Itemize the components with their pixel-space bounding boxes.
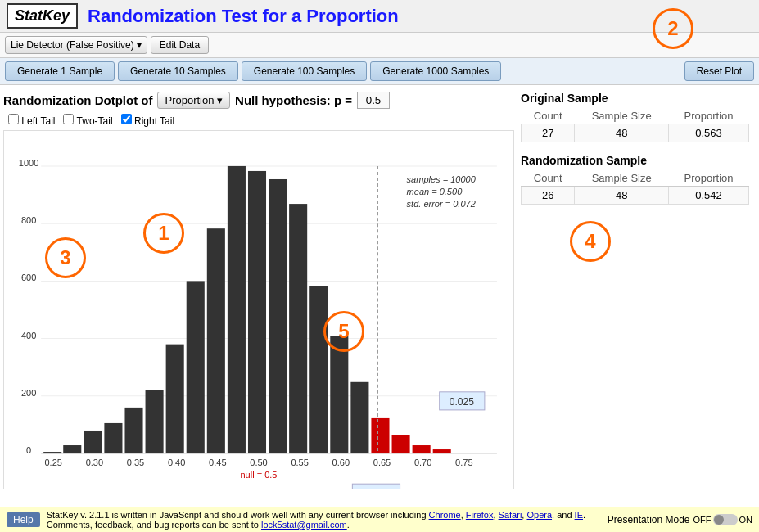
generate-1000-button[interactable]: Generate 1000 Samples [370, 61, 501, 81]
svg-text:0.55: 0.55 [291, 458, 308, 467]
svg-rect-32 [207, 228, 225, 453]
presentation-toggle[interactable]: OFF ON [693, 514, 753, 525]
orig-size-value: 48 [575, 124, 669, 142]
two-tail-option[interactable]: Two-Tail [63, 114, 112, 127]
edit-data-button[interactable]: Edit Data [151, 36, 209, 54]
generate-buttons-row: Generate 1 Sample Generate 10 Samples Ge… [0, 58, 759, 85]
email-link[interactable]: lock5stat@gmail.com [261, 520, 347, 530]
svg-text:0.75: 0.75 [455, 458, 472, 467]
svg-rect-41 [392, 435, 410, 453]
svg-text:0.40: 0.40 [168, 458, 185, 467]
proportion-dropdown[interactable]: Proportion ▾ [157, 92, 230, 109]
svg-rect-43 [433, 449, 451, 453]
status-text: StatKey v. 2.1.1 is written in JavaScrip… [47, 510, 608, 530]
svg-rect-27 [104, 423, 122, 453]
svg-rect-31 [187, 281, 205, 453]
firefox-link[interactable]: Firefox [466, 510, 494, 520]
rand-prop-header: Proportion [669, 170, 749, 187]
opera-link[interactable]: Opera [526, 510, 552, 520]
svg-rect-37 [309, 286, 328, 453]
randomization-sample-title: Randomization Sample [521, 154, 749, 167]
original-sample-table: Count Sample Size Proportion 27 48 0.563 [521, 108, 749, 142]
svg-text:200: 200 [21, 388, 36, 398]
svg-text:0.35: 0.35 [127, 458, 144, 467]
orig-size-header: Sample Size [575, 108, 669, 124]
tail-options-row: Left Tail Two-Tail Right Tail [3, 112, 514, 128]
reset-plot-button[interactable]: Reset Plot [684, 61, 754, 81]
svg-text:1000: 1000 [19, 158, 39, 168]
statusbar: Help StatKey v. 2.1.1 is written in Java… [0, 507, 759, 532]
original-sample-section: Original Sample Count Sample Size Propor… [521, 92, 749, 142]
right-panel: 2 Original Sample Count Sample Size Prop… [514, 88, 756, 491]
svg-rect-39 [350, 382, 368, 453]
presentation-mode: Presentation Mode OFF ON [608, 514, 752, 525]
left-tail-option[interactable]: Left Tail [8, 114, 55, 127]
svg-rect-35 [269, 179, 287, 453]
svg-text:0.30: 0.30 [86, 458, 103, 467]
ie-link[interactable]: IE [575, 510, 583, 520]
svg-text:600: 600 [21, 273, 36, 282]
page-title: Randomization Test for a Proportion [88, 6, 399, 27]
svg-text:samples = 10000: samples = 10000 [407, 174, 477, 184]
rand-size-header: Sample Size [575, 170, 669, 187]
svg-rect-36 [289, 204, 307, 453]
svg-text:0.25: 0.25 [44, 458, 61, 467]
generate-1-button[interactable]: Generate 1 Sample [5, 61, 115, 81]
svg-text:0: 0 [26, 445, 31, 455]
svg-text:0.025: 0.025 [450, 396, 474, 408]
chart-area: Randomization Dotplot of Proportion ▾ Nu… [3, 88, 514, 491]
svg-rect-29 [146, 390, 164, 453]
svg-text:std. error = 0.072: std. error = 0.072 [407, 199, 476, 209]
svg-text:null = 0.5: null = 0.5 [240, 470, 277, 480]
histogram-chart: 0 200 400 600 800 1000 0.25 0.30 0.35 0.… [4, 131, 513, 489]
svg-rect-26 [84, 431, 102, 453]
svg-rect-25 [63, 445, 81, 453]
safari-link[interactable]: Safari [499, 510, 522, 520]
rand-size-value: 48 [575, 187, 669, 205]
orig-prop-header: Proportion [669, 108, 749, 124]
null-value-input[interactable] [357, 92, 390, 109]
statkey-logo: StatKey [7, 3, 78, 29]
toggle-track[interactable] [713, 514, 738, 525]
svg-rect-38 [330, 336, 348, 453]
svg-rect-42 [413, 445, 431, 453]
svg-text:400: 400 [21, 331, 36, 340]
original-sample-title: Original Sample [521, 92, 749, 105]
svg-rect-34 [248, 171, 266, 453]
dotplot-title: Randomization Dotplot of [3, 93, 152, 107]
randomization-sample-table: Count Sample Size Proportion 26 48 0.542 [521, 170, 749, 205]
original-sample-row: 27 48 0.563 [522, 124, 749, 142]
svg-rect-30 [166, 345, 184, 453]
main-content: Randomization Dotplot of Proportion ▾ Nu… [0, 85, 759, 494]
orig-count-header: Count [522, 108, 575, 124]
two-tail-checkbox[interactable] [63, 114, 74, 124]
svg-text:0.60: 0.60 [332, 458, 350, 467]
dataset-dropdown[interactable]: Lie Detector (False Positive) ▾ [5, 36, 147, 54]
toggle-knob [714, 515, 724, 525]
orig-count-value: 27 [522, 124, 575, 142]
orig-prop-value: 0.563 [669, 124, 749, 142]
chart-container: 0 200 400 600 800 1000 0.25 0.30 0.35 0.… [3, 130, 514, 489]
svg-rect-33 [228, 166, 246, 453]
svg-text:mean = 0.500: mean = 0.500 [407, 187, 463, 196]
randomization-sample-section: Randomization Sample Count Sample Size P… [521, 154, 749, 262]
right-tail-checkbox[interactable] [121, 114, 132, 124]
toolbar: Lie Detector (False Positive) ▾ Edit Dat… [0, 33, 759, 58]
svg-rect-40 [371, 418, 389, 453]
svg-text:800: 800 [21, 215, 36, 225]
generate-100-button[interactable]: Generate 100 Samples [242, 61, 367, 81]
null-hypothesis-label: Null hypothesis: p = [235, 93, 352, 107]
help-button[interactable]: Help [7, 512, 40, 527]
svg-text:0.646: 0.646 [364, 488, 388, 489]
left-tail-checkbox[interactable] [8, 114, 19, 124]
svg-text:0.50: 0.50 [250, 458, 267, 467]
generate-10-button[interactable]: Generate 10 Samples [118, 61, 238, 81]
rand-count-value: 26 [522, 187, 575, 205]
svg-rect-24 [43, 452, 61, 453]
right-tail-option[interactable]: Right Tail [121, 114, 174, 127]
svg-rect-28 [124, 408, 142, 453]
annotation-4: 4 [570, 221, 611, 262]
svg-text:0.65: 0.65 [373, 458, 391, 467]
chrome-link[interactable]: Chrome [429, 510, 461, 520]
rand-count-header: Count [522, 170, 575, 187]
